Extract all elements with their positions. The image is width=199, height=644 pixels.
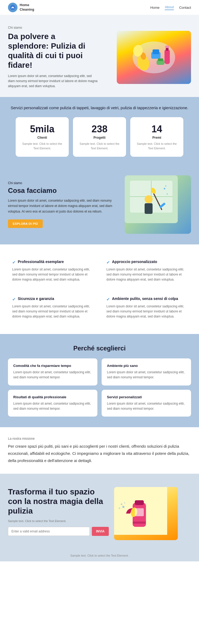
svg-rect-18 xyxy=(145,203,153,214)
hero-section: Chi siamo Da polvere a splendore: Pulizi… xyxy=(0,15,199,97)
why-card-desc-2: Lorem ipsum dolor sit amet, consetetur s… xyxy=(13,401,92,411)
hero-image xyxy=(117,31,191,84)
why-card-desc-1: Lorem ipsum dolor sit amet, consetetur s… xyxy=(107,370,186,380)
feature-desc-2: Lorem ipsum dolor sit amet, consetetur s… xyxy=(12,304,93,319)
svg-point-1 xyxy=(12,7,14,8)
cta-sample-text: Sample text. Click to select the Text El… xyxy=(8,519,109,523)
svg-point-30 xyxy=(119,507,120,509)
feature-item-0: ✔ Professionalità esemplare Lorem ipsum … xyxy=(8,255,97,287)
why-section: Perché sceglierci Comodità che fa rispar… xyxy=(0,334,199,427)
mission-tag: La nostra missione xyxy=(8,437,191,440)
why-card-0: Comodità che fa risparmiare tempo Lorem … xyxy=(8,358,97,385)
svg-point-28 xyxy=(122,506,124,508)
nav-links: Home About Contact xyxy=(150,5,191,10)
cta-section: Trasforma il tuo spazio con la nostra ma… xyxy=(0,474,199,551)
why-card-title-1: Ambiente più sano xyxy=(107,364,186,368)
what-section: Chi siamo Cosa facciamo Lorem ipsum dolo… xyxy=(0,165,199,244)
features-section: ✔ Professionalità esemplare Lorem ipsum … xyxy=(0,244,199,334)
svg-point-17 xyxy=(145,195,153,203)
navbar: HomeCleaning Home About Contact xyxy=(0,0,199,15)
logo-text: HomeCleaning xyxy=(20,3,34,12)
stats-sample-0: Sample text. Click to select the Text El… xyxy=(21,142,63,150)
stats-sample-2: Sample text. Click to select the Text El… xyxy=(136,142,178,150)
svg-rect-33 xyxy=(135,508,144,516)
why-title: Perché sceglierci xyxy=(8,345,191,352)
feature-title-0: Professionalità esemplare xyxy=(18,259,64,264)
feature-item-3: ✔ Ambiente pulito, senza sensi di colpa … xyxy=(102,292,191,324)
check-icon-0: ✔ xyxy=(12,260,16,265)
check-icon-2: ✔ xyxy=(12,297,16,302)
why-card-title-0: Comodità che fa risparmiare tempo xyxy=(13,364,92,368)
stats-number-1: 238 xyxy=(78,124,121,135)
logo: HomeCleaning xyxy=(8,3,34,12)
cta-footer-text: Sample text. Click to select the Text El… xyxy=(0,551,199,561)
why-card-3: Servizi personalizzati Lorem ipsum dolor… xyxy=(102,390,191,417)
why-card-title-2: Risultati di qualità professionale xyxy=(13,395,92,399)
feature-title-3: Ambiente pulito, senza sensi di colpa xyxy=(112,296,178,301)
stats-card-2: 14 Premi Sample text. Click to select th… xyxy=(130,117,183,157)
feature-title-1: Approccio personalizzato xyxy=(112,259,157,264)
svg-rect-7 xyxy=(165,49,170,64)
stats-number-0: 5mila xyxy=(21,124,63,135)
what-tag: Chi siamo xyxy=(8,181,117,185)
why-card-desc-3: Lorem ipsum dolor sit amet, consetetur s… xyxy=(107,401,186,411)
mission-section: La nostra missione Per creare spazi più … xyxy=(0,427,199,474)
feature-header-2: ✔ Sicurezza e garanzia xyxy=(12,296,93,302)
why-card-desc-0: Lorem ipsum dolor sit amet, consetetur s… xyxy=(13,370,92,380)
nav-home[interactable]: Home xyxy=(150,6,160,10)
nav-about[interactable]: About xyxy=(165,5,174,10)
cta-image xyxy=(114,487,178,540)
svg-rect-34 xyxy=(133,522,146,524)
why-card-2: Risultati di qualità professionale Lorem… xyxy=(8,390,97,417)
stats-tagline: Servizi personalizzati come pulizia di t… xyxy=(8,105,191,111)
stats-cards: 5mila Clienti Sample text. Click to sele… xyxy=(8,117,191,157)
stats-label-0: Clienti xyxy=(21,136,63,139)
stats-card-1: 238 Progetti Sample text. Click to selec… xyxy=(73,117,126,157)
feature-desc-3: Lorem ipsum dolor sit amet, consetetur s… xyxy=(106,304,187,319)
svg-rect-12 xyxy=(158,58,163,61)
cta-image-visual xyxy=(114,487,178,540)
stats-card-0: 5mila Clienti Sample text. Click to sele… xyxy=(16,117,69,157)
what-text: Chi siamo Cosa facciamo Lorem ipsum dolo… xyxy=(8,181,117,228)
hero-text: Chi siamo Da polvere a splendore: Pulizi… xyxy=(8,26,98,89)
stats-label-2: Premi xyxy=(136,136,178,139)
feature-item-2: ✔ Sicurezza e garanzia Lorem ipsum dolor… xyxy=(8,292,97,324)
feature-item-1: ✔ Approccio personalizzato Lorem ipsum d… xyxy=(102,255,191,287)
cta-submit-button[interactable]: INVIA xyxy=(92,527,109,536)
feature-header-3: ✔ Ambiente pulito, senza sensi di colpa xyxy=(106,296,187,302)
cta-email-input[interactable] xyxy=(8,527,90,536)
why-grid: Comodità che fa risparmiare tempo Lorem … xyxy=(8,358,191,417)
stats-label-1: Progetti xyxy=(78,136,121,139)
what-title: Cosa facciamo xyxy=(8,187,117,195)
check-icon-1: ✔ xyxy=(106,260,110,265)
why-card-1: Ambiente più sano Lorem ipsum dolor sit … xyxy=(102,358,191,385)
hero-description: Lorem ipsum dolor sit amet, consetetur s… xyxy=(8,74,98,89)
cta-title: Trasforma il tuo spazio con la nostra ma… xyxy=(8,487,109,516)
mission-text: Per creare spazi più puliti, più sani e … xyxy=(8,443,191,464)
cta-form: INVIA xyxy=(8,527,109,536)
what-description: Lorem ipsum dolor sit amet, consetetur s… xyxy=(8,198,117,214)
stats-number-2: 14 xyxy=(136,124,178,135)
feature-desc-0: Lorem ipsum dolor sit amet, consetetur s… xyxy=(12,267,93,282)
svg-point-9 xyxy=(165,45,169,48)
stats-section: Servizi personalizzati come pulizia di t… xyxy=(0,97,199,165)
feature-desc-1: Lorem ipsum dolor sit amet, consetetur s… xyxy=(106,267,187,282)
stats-sample-1: Sample text. Click to select the Text El… xyxy=(78,142,121,150)
svg-point-22 xyxy=(164,188,165,189)
what-image-visual xyxy=(125,175,191,234)
nav-contact[interactable]: Contact xyxy=(179,6,191,10)
explore-button[interactable]: ESPLORA DI PIÙ xyxy=(8,219,43,228)
hero-title: Da polvere a splendore: Pulizia di quali… xyxy=(8,32,98,70)
why-card-title-3: Servizi personalizzati xyxy=(107,395,186,399)
svg-point-23 xyxy=(167,193,168,194)
hero-image-visual xyxy=(117,31,191,84)
svg-point-31 xyxy=(124,502,125,503)
what-image xyxy=(125,175,191,234)
logo-icon xyxy=(8,3,18,12)
svg-rect-6 xyxy=(153,49,159,54)
feature-title-2: Sicurezza e garanzia xyxy=(18,296,54,301)
svg-rect-27 xyxy=(135,500,144,505)
feature-header-1: ✔ Approccio personalizzato xyxy=(106,259,187,265)
check-icon-3: ✔ xyxy=(106,297,110,302)
hero-tag: Chi siamo xyxy=(8,26,98,29)
